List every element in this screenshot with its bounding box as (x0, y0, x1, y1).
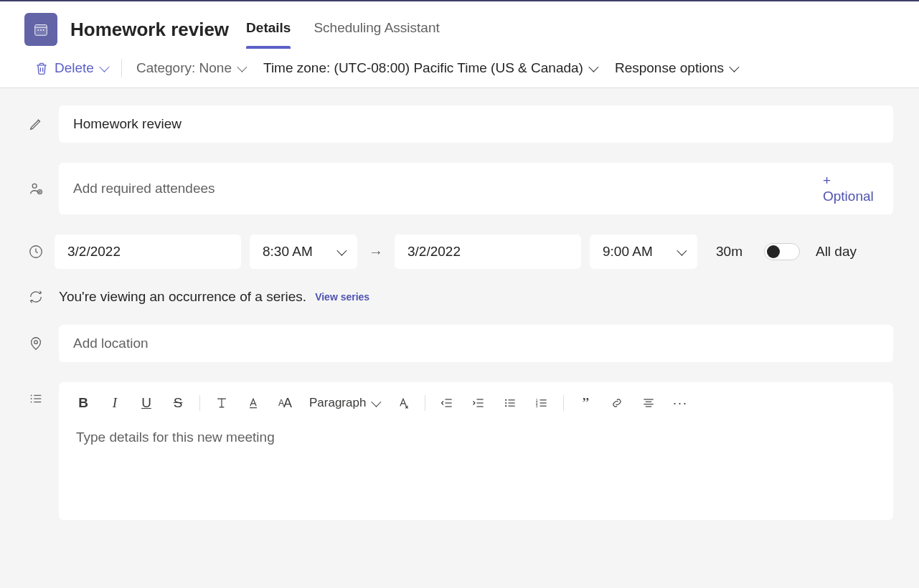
details-textarea[interactable]: Type details for this new meeting (59, 419, 893, 520)
attendees-row: + Optional (26, 163, 893, 214)
numbered-list-button[interactable]: 123 (527, 389, 556, 417)
bullet-list-button[interactable] (496, 389, 524, 417)
italic-button[interactable]: I (100, 389, 129, 417)
svg-point-27 (505, 399, 506, 401)
category-label: Category: None (136, 60, 232, 76)
toggle-knob (767, 245, 780, 258)
paragraph-dropdown[interactable]: Paragraph (302, 396, 386, 410)
tab-scheduling-assistant[interactable]: Scheduling Assistant (312, 10, 440, 49)
category-dropdown[interactable]: Category: None (136, 60, 245, 76)
header: Homework review Details Scheduling Assis… (0, 1, 919, 49)
datetime-row: 3/2/2022 8:30 AM → 3/2/2022 9:00 AM 30m … (26, 234, 893, 269)
separator (121, 59, 122, 77)
more-button[interactable]: ··· (666, 389, 694, 417)
svg-point-4 (40, 29, 42, 31)
calendar-icon (33, 22, 49, 37)
font-size-button[interactable]: AA (270, 389, 299, 417)
calendar-app-icon (24, 13, 57, 46)
svg-point-8 (32, 184, 37, 188)
delete-button[interactable]: Delete (34, 60, 107, 76)
series-notice: You're viewing an occurrence of a series… (59, 289, 369, 305)
separator (425, 395, 425, 411)
start-date-value: 3/2/2022 (67, 244, 121, 260)
chevron-down-icon (677, 246, 687, 256)
svg-point-13 (34, 341, 38, 344)
end-date-picker[interactable]: 3/2/2022 (395, 234, 581, 269)
details-editor: B I U S AA Paragraph (59, 382, 893, 520)
svg-point-31 (505, 405, 506, 407)
align-button[interactable] (634, 389, 663, 417)
start-time-value: 8:30 AM (263, 244, 313, 260)
end-time-value: 9:00 AM (603, 244, 653, 260)
delete-label: Delete (55, 60, 94, 76)
series-row: You're viewing an occurrence of a series… (26, 289, 893, 305)
chevron-down-icon (99, 62, 109, 72)
chevron-down-icon (588, 62, 598, 72)
pencil-icon (26, 116, 46, 132)
page-title: Homework review (70, 19, 229, 41)
all-day-toggle[interactable] (764, 243, 800, 260)
bold-button[interactable]: B (69, 389, 98, 417)
title-input[interactable] (72, 115, 880, 133)
response-options-dropdown[interactable]: Response options (615, 60, 737, 76)
editor-toolbar: B I U S AA Paragraph (59, 382, 893, 419)
people-add-icon (26, 181, 46, 196)
attendees-input[interactable] (72, 180, 814, 197)
location-field[interactable] (59, 325, 893, 362)
paragraph-label: Paragraph (309, 396, 366, 410)
svg-point-14 (31, 395, 32, 397)
arrow-right-icon: → (366, 244, 386, 260)
decrease-indent-button[interactable] (433, 389, 461, 417)
tab-details[interactable]: Details (245, 10, 292, 49)
svg-point-29 (505, 402, 506, 404)
link-button[interactable] (603, 389, 631, 417)
end-date-value: 3/2/2022 (407, 244, 461, 260)
view-series-link[interactable]: View series (315, 291, 369, 303)
svg-point-3 (37, 29, 39, 31)
location-input[interactable] (72, 335, 880, 352)
font-color-button[interactable] (239, 389, 268, 417)
svg-point-18 (31, 402, 32, 403)
underline-button[interactable]: U (132, 389, 161, 417)
highlight-button[interactable] (207, 389, 236, 417)
series-text: You're viewing an occurrence of a series… (59, 289, 306, 305)
chevron-down-icon (372, 397, 382, 407)
duration-label: 30m (716, 244, 743, 260)
location-icon (26, 336, 46, 351)
location-row (26, 325, 893, 362)
all-day-label: All day (816, 244, 857, 260)
svg-text:3: 3 (536, 404, 538, 408)
chevron-down-icon (729, 62, 739, 72)
chevron-down-icon (237, 62, 247, 72)
title-row (26, 105, 893, 143)
details-row: B I U S AA Paragraph (26, 382, 893, 520)
response-options-label: Response options (615, 60, 724, 76)
start-date-picker[interactable]: 3/2/2022 (55, 234, 241, 269)
separator (199, 395, 200, 411)
end-time-picker[interactable]: 9:00 AM (590, 234, 697, 269)
svg-point-5 (43, 29, 44, 31)
trash-icon (34, 61, 49, 75)
timezone-label: Time zone: (UTC-08:00) Pacific Time (US … (263, 60, 583, 76)
start-time-picker[interactable]: 8:30 AM (250, 234, 357, 269)
svg-point-16 (31, 398, 32, 399)
details-icon (26, 382, 46, 407)
separator (563, 395, 564, 411)
quote-button[interactable]: ” (571, 389, 600, 417)
attendees-field[interactable]: + Optional (59, 163, 893, 214)
increase-indent-button[interactable] (464, 389, 493, 417)
meeting-form: + Optional 3/2/2022 8:30 AM → 3/2/2022 9… (0, 88, 919, 520)
clear-formatting-button[interactable] (389, 389, 418, 417)
clock-icon (26, 244, 46, 260)
tabs: Details Scheduling Assistant (245, 10, 441, 49)
toolbar: Delete Category: None Time zone: (UTC-08… (0, 49, 919, 88)
title-field[interactable] (59, 105, 893, 143)
chevron-down-icon (336, 246, 347, 256)
optional-attendees-link[interactable]: + Optional (814, 173, 880, 204)
recurrence-icon (26, 289, 46, 305)
strikethrough-button[interactable]: S (164, 389, 192, 417)
timezone-dropdown[interactable]: Time zone: (UTC-08:00) Pacific Time (US … (263, 60, 596, 76)
